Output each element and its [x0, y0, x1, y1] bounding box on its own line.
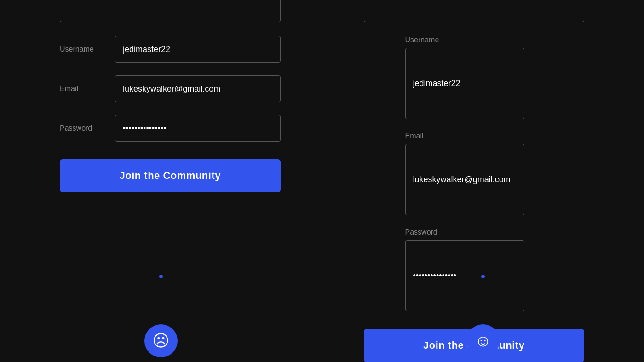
top-stub-row	[60, 0, 281, 22]
right-connector-dot	[481, 275, 485, 278]
left-sad-smiley-icon: ☹	[144, 324, 178, 357]
left-password-group: Password	[60, 115, 281, 142]
left-form-panel: Username Email Password Join the Communi…	[0, 0, 322, 362]
right-email-input[interactable]	[405, 144, 525, 215]
right-smiley-connector: ☺	[466, 275, 500, 357]
right-happy-smiley-icon: ☺	[466, 324, 500, 357]
left-email-group: Email	[60, 75, 281, 102]
right-username-input[interactable]	[405, 48, 525, 119]
right-password-label: Password	[405, 228, 437, 236]
right-connector-line	[483, 278, 483, 324]
right-username-label: Username	[405, 36, 439, 44]
left-email-input[interactable]	[115, 75, 281, 102]
right-email-group: Email	[364, 132, 585, 215]
right-top-stub-input[interactable]	[364, 0, 585, 22]
left-username-label: Username	[60, 45, 115, 53]
main-container: Username Email Password Join the Communi…	[0, 0, 644, 362]
left-connector-line	[161, 278, 161, 324]
left-smiley-connector: ☹	[144, 275, 178, 357]
left-email-label: Email	[60, 85, 115, 93]
right-password-input[interactable]	[405, 240, 525, 311]
right-email-label: Email	[405, 132, 424, 140]
left-username-group: Username	[60, 36, 281, 63]
left-password-label: Password	[60, 124, 115, 132]
left-join-button[interactable]: Join the Community	[60, 159, 281, 192]
right-username-group: Username	[364, 36, 585, 119]
left-password-input[interactable]	[115, 115, 281, 142]
right-form-panel: Username Email Password Join the Communi…	[322, 0, 644, 362]
left-top-stub-input[interactable]	[60, 0, 281, 22]
top-stub-row-right	[364, 0, 585, 22]
left-username-input[interactable]	[115, 36, 281, 63]
left-connector-dot	[159, 275, 163, 278]
